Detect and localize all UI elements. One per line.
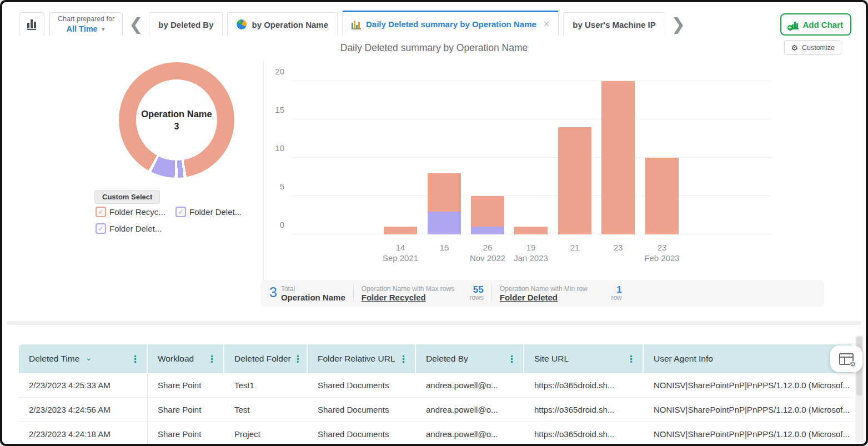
tab-label: by Operation Name (252, 20, 328, 29)
bar-segment-folder-recyc[interactable] (428, 173, 461, 212)
legend-item-2[interactable]: ✓Folder Delet... (96, 223, 175, 234)
y-axis-label: 0 (262, 220, 284, 229)
tab-by-user-s-machine-ip[interactable]: by User's Machine IP (563, 12, 665, 37)
prepared-for-value: All Time▼ (58, 24, 114, 35)
cell-folder-relative-url: Shared Documents (308, 422, 416, 446)
tab-label: by Deleted By (158, 20, 213, 29)
add-chart-button[interactable]: + Add Chart (780, 13, 852, 36)
cell-folder-relative-url: Shared Documents (308, 398, 416, 422)
dashboard-window: Chart prepared for All Time▼ ❮ by Delete… (0, 0, 868, 446)
cell-deleted-by: andrea.powell@o... (416, 373, 524, 397)
table-row-0[interactable]: 2/23/2023 4:25:33 AMShare PointTest1Shar… (19, 373, 854, 398)
tabs-scroll-left-button[interactable]: ❮ (128, 12, 144, 37)
tab-by-deleted-by[interactable]: by Deleted By (149, 12, 223, 37)
section-divider (7, 321, 861, 325)
column-menu-icon[interactable]: ⋮ (291, 353, 305, 365)
column-header-folder-relative-url[interactable]: Folder Relative URL⋮ (308, 344, 416, 373)
bar-segment-folder-recyc[interactable] (384, 227, 417, 234)
custom-select-button[interactable]: Custom Select (94, 190, 160, 204)
checkbox-checked-icon[interactable]: ✓ (175, 207, 186, 217)
stat-max-link[interactable]: Folder Recycled (362, 293, 454, 302)
y-axis-label: 10 (262, 143, 284, 153)
bar-chart-icon (352, 19, 361, 29)
checkbox-checked-icon[interactable]: ✓ (96, 207, 106, 217)
checkbox-checked-icon[interactable]: ✓ (96, 223, 106, 234)
stat-divider (491, 285, 492, 302)
table-row-1[interactable]: 2/23/2023 4:24:56 AMShare PointTestShare… (19, 398, 854, 422)
bar-segment-folder-recyc[interactable] (558, 127, 591, 234)
bar-23[interactable] (601, 81, 635, 234)
legend-label: Folder Delet... (189, 207, 242, 217)
tab-daily-deleted-summary-by-operation-name[interactable]: Daily Deleted summary by Operation Name× (342, 11, 559, 37)
chart-type-button[interactable] (19, 12, 44, 37)
column-menu-icon[interactable]: ⋮ (505, 353, 519, 365)
add-chart-icon: + (789, 20, 799, 29)
bar-chart: 0510152014Sep 20211526Nov 202219Jan 2023… (291, 81, 771, 234)
legend-item-0[interactable]: ✓Folder Recyc... (96, 207, 175, 217)
tab-by-operation-name[interactable]: by Operation Name (227, 12, 338, 37)
column-menu-icon[interactable]: ⋮ (205, 353, 219, 365)
stat-max-unit: rows (469, 294, 483, 302)
columns-gear-icon: ⚙ (839, 353, 854, 365)
stat-total-label: Operation Name (281, 293, 345, 302)
legend-label: Folder Delet... (109, 224, 162, 233)
tabs-scroll-right-button[interactable]: ❯ (670, 12, 686, 37)
column-header-workload[interactable]: Workload⋮ (148, 344, 224, 373)
chart-panel: ⚙ Customize Daily Deleted summary by Ope… (19, 36, 849, 320)
chart-legend: ✓Folder Recyc...✓Folder Delet...✓Folder … (96, 207, 262, 240)
panel-divider (263, 61, 264, 284)
table-body: 2/23/2023 4:25:33 AMShare PointTest1Shar… (19, 373, 854, 446)
tab-label: Daily Deleted summary by Operation Name (366, 19, 536, 29)
chevron-down-icon: ▼ (101, 24, 106, 34)
bar-21[interactable] (558, 81, 591, 234)
cell-deleted-time: 2/23/2023 4:24:56 AM (19, 398, 148, 422)
cell-workload: Share Point (148, 422, 224, 446)
bar-19-jan-2023[interactable] (514, 81, 548, 234)
stat-min-link[interactable]: Folder Deleted (500, 293, 588, 302)
bar-23-feb-2023[interactable] (645, 81, 679, 234)
bar-segment-folder-delet[interactable] (428, 212, 461, 234)
stat-min-unit: row (611, 294, 621, 302)
data-table: Deleted Time⌄⋮Workload⋮Deleted Folder⋮Fo… (19, 335, 854, 444)
stat-min-label: Operation Name with Min row (500, 285, 588, 293)
bar-segment-folder-recyc[interactable] (601, 81, 635, 234)
column-menu-icon[interactable]: ⋮ (128, 353, 142, 365)
bar-segment-folder-delet[interactable] (471, 227, 504, 234)
cell-deleted-by: andrea.powell@o... (416, 422, 524, 446)
column-settings-button[interactable]: ⚙ (830, 345, 862, 372)
column-header-deleted-by[interactable]: Deleted By⋮ (416, 344, 524, 373)
close-icon[interactable]: × (544, 18, 550, 30)
stat-total-operations: 3 Total Operation Name (260, 285, 345, 302)
column-menu-icon[interactable]: ⋮ (397, 353, 410, 365)
y-axis-label: 15 (262, 105, 284, 114)
cell-deleted-folder: Project (224, 422, 308, 446)
cell-deleted-folder: Test1 (224, 373, 308, 397)
stat-max-value: 55 (469, 285, 483, 294)
bar-14-sep-2021[interactable] (384, 81, 417, 234)
cell-deleted-folder: Test (224, 398, 308, 422)
column-header-user-agent-info[interactable]: User Agent Info (644, 344, 854, 373)
donut-chart[interactable]: Operation Name 3 (119, 62, 234, 178)
bar-26-nov-2022[interactable] (471, 81, 504, 234)
donut-center-value: 3 (174, 122, 179, 132)
bar-segment-folder-recyc[interactable] (471, 196, 504, 227)
column-header-label: Folder Relative URL (318, 354, 395, 364)
legend-item-1[interactable]: ✓Folder Delet... (175, 207, 255, 217)
column-header-site-url[interactable]: Site URL⋮ (524, 344, 644, 373)
pie-chart-icon (237, 19, 247, 29)
column-header-deleted-time[interactable]: Deleted Time⌄⋮ (19, 344, 148, 373)
column-menu-icon[interactable]: ⋮ (624, 353, 638, 365)
prepared-for-label: Chart prepared for (58, 14, 114, 24)
donut-center: Operation Name 3 (136, 79, 217, 161)
sort-descending-icon[interactable]: ⌄ (85, 353, 92, 363)
bar-segment-folder-recyc[interactable] (514, 227, 548, 234)
tabs: by Deleted Byby Operation NameDaily Dele… (149, 11, 665, 37)
cell-site-url: https://o365droid.sh... (524, 398, 644, 422)
cell-deleted-time: 2/23/2023 4:25:33 AM (19, 373, 148, 397)
cell-deleted-by: andrea.powell@o... (416, 398, 524, 422)
bar-segment-folder-recyc[interactable] (645, 158, 679, 234)
table-row-2[interactable]: 2/23/2023 4:24:18 AMShare PointProjectSh… (19, 422, 854, 446)
bar-15[interactable] (428, 81, 461, 234)
time-range-selector[interactable]: Chart prepared for All Time▼ (49, 12, 123, 37)
column-header-deleted-folder[interactable]: Deleted Folder⋮ (224, 344, 308, 373)
